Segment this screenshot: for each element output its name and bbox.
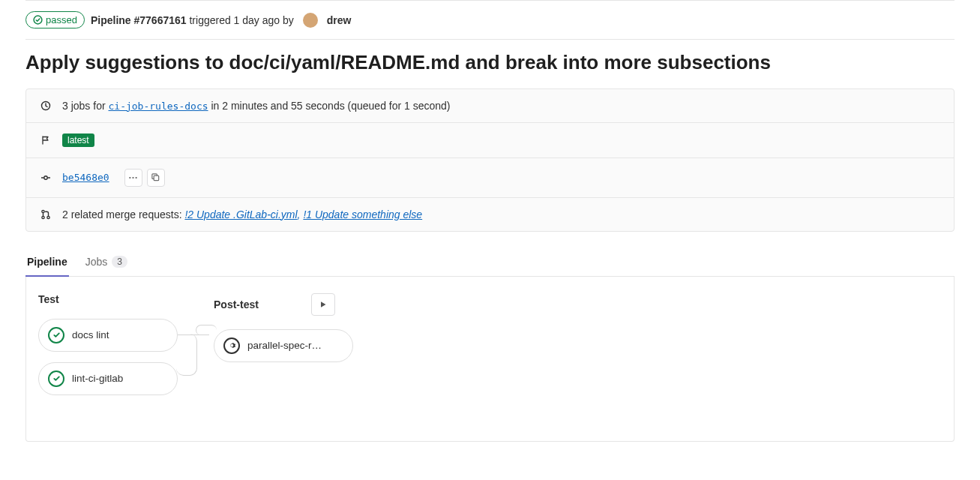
commit-row: be5468e0 … (26, 158, 954, 198)
clock-icon (40, 100, 52, 112)
copy-sha-button[interactable] (147, 169, 165, 187)
tab-pipeline[interactable]: Pipeline (25, 248, 69, 277)
pipeline-info-panel: 3 jobs for ci-job-rules-docs in 2 minute… (25, 88, 955, 232)
svg-rect-3 (154, 176, 159, 181)
job-docs-lint[interactable]: docs lint (38, 319, 178, 352)
stage-title: Test (38, 293, 59, 305)
play-icon (319, 301, 327, 308)
pipeline-status-badge[interactable]: passed (25, 11, 85, 28)
tab-jobs[interactable]: Jobs 3 (84, 248, 129, 275)
related-mrs-row: 2 related merge requests: !2 Update .Git… (26, 198, 954, 231)
stage-test: Test docs lint lint-ci-gitlab (38, 293, 178, 395)
commit-sha-link[interactable]: be5468e0 (62, 172, 109, 183)
pipeline-label-prefix: Pipeline #77667161 (91, 14, 187, 26)
more-actions-button[interactable]: … (124, 169, 142, 187)
copy-icon (151, 172, 160, 182)
commit-icon (40, 172, 52, 184)
svg-point-2 (44, 176, 47, 178)
avatar[interactable] (303, 13, 318, 28)
stage-title: Post-test (214, 298, 259, 310)
pipeline-tabs: Pipeline Jobs 3 (25, 248, 955, 277)
jobs-summary-row: 3 jobs for ci-job-rules-docs in 2 minute… (26, 89, 954, 123)
merge-request-icon (40, 208, 52, 220)
play-stage-button[interactable] (311, 293, 335, 316)
branch-link[interactable]: ci-job-rules-docs (108, 100, 208, 112)
gear-icon (223, 338, 240, 354)
latest-tag: latest (62, 134, 94, 147)
status-label: passed (46, 14, 77, 26)
check-icon (48, 370, 64, 387)
job-lint-ci-gitlab[interactable]: lint-ci-gitlab (38, 362, 178, 395)
flag-icon (40, 134, 52, 146)
check-circle-icon (33, 15, 43, 25)
pipeline-graph: Test docs lint lint-ci-gitlab Post-test (25, 277, 955, 442)
related-mr-link[interactable]: !1 Update something else (303, 208, 422, 220)
tags-row: latest (26, 123, 954, 158)
page-title: Apply suggestions to doc/ci/yaml/README.… (25, 50, 955, 75)
stage-post-test: Post-test parallel-spec-r… (214, 293, 353, 362)
author-name[interactable]: drew (327, 14, 352, 26)
job-parallel-spec[interactable]: parallel-spec-r… (214, 329, 353, 362)
related-mr-link[interactable]: !2 Update .GitLab-ci.yml (184, 208, 297, 220)
jobs-count-badge: 3 (112, 256, 127, 268)
pipeline-trigger-text: triggered 1 day ago by (189, 14, 293, 26)
check-icon (48, 327, 64, 344)
